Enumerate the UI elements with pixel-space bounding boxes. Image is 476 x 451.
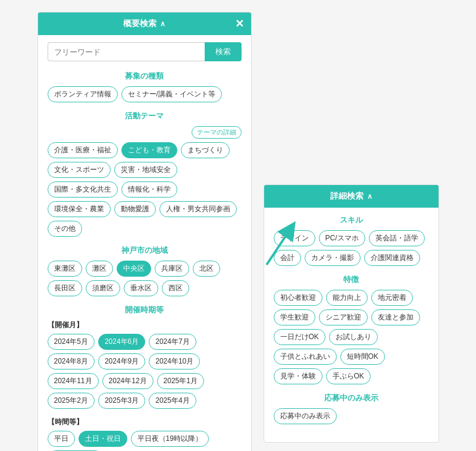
search-bar: 検索	[48, 42, 242, 61]
tag-item[interactable]: 灘区	[86, 261, 113, 277]
tag-item[interactable]: お試しあり	[329, 329, 378, 345]
tag-item[interactable]: 見学・体験	[274, 368, 322, 384]
tag-item[interactable]: まちづくり	[181, 142, 230, 158]
recruit-type-title: 募集の種類	[48, 71, 242, 82]
features-tags: 初心者歓迎能力向上地元密着学生歓迎シニア歓迎友達と参加一日だけOKお試しあり子供…	[274, 290, 429, 384]
skills-title: スキル	[274, 215, 429, 226]
tag-item[interactable]: 災害・地域安全	[114, 162, 177, 178]
time-tags: 平日土日・祝日平日夜（19時以降）早朝・午前中	[48, 431, 242, 451]
activity-theme-tags: 介護・医療・福祉こども・教育まちづくり文化・スポーツ災害・地域安全国際・多文化共…	[48, 142, 242, 237]
tag-item[interactable]: 動物愛護	[114, 201, 156, 217]
only-open-tags: 応募中のみ表示	[274, 408, 429, 424]
tag-item[interactable]: 2024年5月	[48, 334, 95, 350]
tag-item[interactable]: 土日・祝日	[79, 431, 127, 447]
tag-item[interactable]: 2024年9月	[98, 353, 145, 369]
theme-detail-link[interactable]: テーマの詳細	[192, 126, 242, 139]
close-button[interactable]: ✕	[235, 17, 244, 30]
tag-item[interactable]: 東灘区	[48, 261, 82, 277]
tag-item[interactable]: 学生歓迎	[274, 309, 315, 325]
tag-item[interactable]: 2025年4月	[149, 393, 196, 409]
skills-tags: デザインPC/スマホ英会話・語学会計カメラ・撮影介護関連資格	[274, 230, 429, 266]
left-panel-header: 概要検索 ∧ ✕	[38, 12, 251, 35]
theme-detail-link-wrapper: テーマの詳細	[48, 126, 242, 139]
tag-item[interactable]: 兵庫区	[155, 261, 189, 277]
tag-item[interactable]: 短時間OK	[340, 349, 385, 365]
only-open-title: 応募中のみ表示	[274, 393, 429, 403]
tag-item[interactable]: こども・教育	[121, 142, 177, 158]
tag-item[interactable]: PC/スマホ	[319, 230, 365, 246]
left-panel-chevron: ∧	[160, 20, 165, 28]
tag-item[interactable]: 環境保全・農業	[48, 201, 111, 217]
tag-item[interactable]: 2024年12月	[102, 373, 154, 389]
left-panel-body: 検索 募集の種類 ボランティア情報セミナー/講義・イベント等 活動テーマ テーマ…	[38, 35, 251, 451]
tag-item[interactable]: 垂水区	[124, 280, 158, 296]
tag-item[interactable]: 平日夜（19時以降）	[131, 431, 209, 447]
features-title: 特徴	[274, 274, 429, 285]
kobe-area-title: 神戸市の地域	[48, 245, 242, 256]
right-panel-body: スキル デザインPC/スマホ英会話・語学会計カメラ・撮影介護関連資格 特徴 初心…	[264, 208, 439, 442]
freeword-input[interactable]	[48, 42, 205, 61]
tag-item[interactable]: 情報化・科学	[121, 181, 177, 198]
tag-item[interactable]: 2025年3月	[98, 393, 145, 409]
tag-item[interactable]: 須磨区	[86, 280, 120, 296]
tag-item[interactable]: 長田区	[48, 280, 82, 296]
tag-item[interactable]: 西区	[162, 280, 189, 296]
left-panel-title: 概要検索	[123, 18, 156, 29]
month-tags: 2024年5月2024年6月2024年7月2024年8月2024年9月2024年…	[48, 334, 242, 409]
tag-item[interactable]: 2024年10月	[149, 353, 200, 369]
tag-item[interactable]: 会計	[274, 250, 301, 266]
tag-item[interactable]: 友達と参加	[371, 309, 420, 325]
right-search-panel: 詳細検索 ∧ スキル デザインPC/スマホ英会話・語学会計カメラ・撮影介護関連資…	[264, 184, 439, 443]
tag-item[interactable]: 応募中のみ表示	[274, 408, 337, 424]
tag-item[interactable]: 介護・医療・福祉	[48, 142, 118, 158]
left-search-panel: 概要検索 ∧ ✕ 検索 募集の種類 ボランティア情報セミナー/講義・イベント等 …	[37, 12, 252, 451]
tag-item[interactable]: 人権・男女共同参画	[159, 201, 237, 217]
tag-item[interactable]: 2024年6月	[98, 334, 145, 350]
tag-item[interactable]: 2024年8月	[48, 353, 95, 369]
tag-item[interactable]: 地元密着	[371, 290, 413, 306]
tag-item[interactable]: 英会話・語学	[369, 230, 425, 246]
tag-item[interactable]: 子供とふれあい	[274, 349, 337, 365]
tag-item[interactable]: デザイン	[274, 230, 315, 246]
tag-item[interactable]: 平日	[48, 431, 75, 447]
right-panel-chevron: ∧	[367, 192, 372, 201]
tag-item[interactable]: カメラ・撮影	[305, 250, 361, 266]
tag-item[interactable]: シニア歓迎	[319, 309, 368, 325]
tag-item[interactable]: 2025年1月	[157, 373, 204, 389]
tag-item[interactable]: 手ぶらOK	[326, 368, 371, 384]
tag-item[interactable]: 中央区	[117, 261, 151, 277]
search-button[interactable]: 検索	[205, 42, 242, 61]
right-panel-header: 詳細検索 ∧	[264, 185, 439, 208]
tag-item[interactable]: 一日だけOK	[274, 329, 325, 345]
period-title: 開催時期等	[48, 305, 242, 315]
recruit-type-tags: ボランティア情報セミナー/講義・イベント等	[48, 86, 242, 102]
activity-theme-title: 活動テーマ	[48, 111, 242, 121]
time-label: 【時間等】	[48, 417, 242, 427]
tag-item[interactable]: 2024年11月	[48, 373, 99, 389]
right-panel-title: 詳細検索	[330, 191, 364, 202]
tag-item[interactable]: その他	[48, 221, 82, 237]
tag-item[interactable]: ボランティア情報	[48, 86, 118, 102]
tag-item[interactable]: 能力向上	[326, 290, 368, 306]
tag-item[interactable]: 2025年2月	[48, 393, 95, 409]
tag-item[interactable]: 北区	[193, 261, 220, 277]
tag-item[interactable]: 介護関連資格	[364, 250, 420, 266]
month-label: 【開催月】	[48, 320, 242, 330]
tag-item[interactable]: 国際・多文化共生	[48, 181, 118, 198]
tag-item[interactable]: 2024年7月	[149, 334, 196, 350]
kobe-area-tags: 東灘区灘区中央区兵庫区北区長田区須磨区垂水区西区	[48, 261, 242, 296]
tag-item[interactable]: 初心者歓迎	[274, 290, 322, 306]
tag-item[interactable]: 文化・スポーツ	[48, 162, 111, 178]
tag-item[interactable]: セミナー/講義・イベント等	[121, 86, 222, 102]
